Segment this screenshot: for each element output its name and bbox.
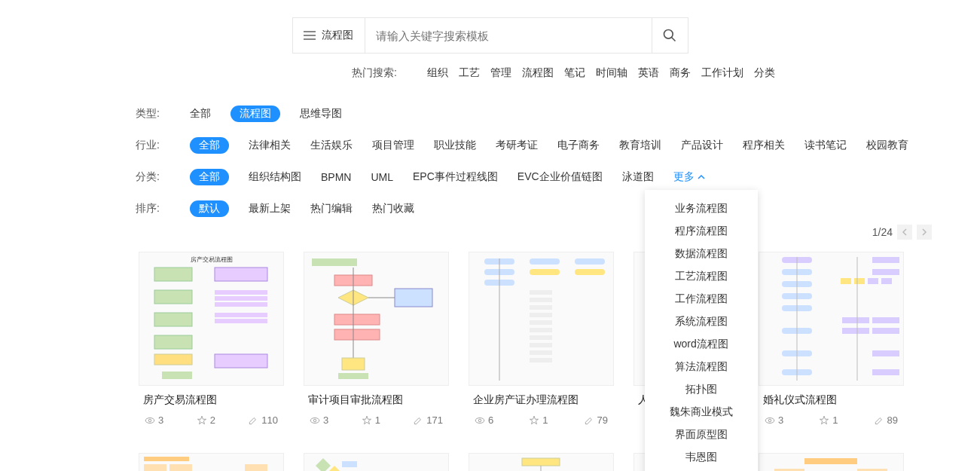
filter-type-all[interactable]: 全部 [190, 107, 211, 121]
template-thumbnail-peek[interactable] [304, 453, 449, 471]
stat-stars: 2 [197, 414, 215, 426]
hot-tag[interactable]: 工艺 [459, 66, 480, 80]
filter-more-toggle[interactable]: 更多 业务流程图 程序流程图 数据流程图 工艺流程图 工作流程图 系统流程图 w… [673, 170, 705, 184]
template-card[interactable]: 房产交易流程图 房产交易流程图 3 2 110 [139, 252, 284, 430]
sort-hot-edit[interactable]: 热门编辑 [310, 202, 353, 216]
svg-rect-68 [872, 328, 899, 334]
search-icon [662, 28, 677, 43]
star-icon [362, 415, 372, 426]
stat-stars: 1 [529, 414, 548, 426]
edit-icon [584, 415, 594, 426]
dropdown-item[interactable]: 系统流程图 [645, 310, 758, 333]
page-prev-button[interactable] [897, 225, 912, 240]
dropdown-item[interactable]: 拓扑图 [645, 378, 758, 401]
dropdown-item[interactable]: 界面原型图 [645, 424, 758, 446]
template-stats: 3 2 110 [139, 410, 284, 430]
dropdown-item[interactable]: 韦恩图 [645, 446, 758, 469]
template-card[interactable]: 企业房产证办理流程图 6 1 79 [469, 252, 614, 430]
filter-cat-org[interactable]: 组织结构图 [249, 170, 301, 184]
hot-search-row: 热门搜索: 组织 工艺 管理 流程图 笔记 时间轴 英语 商务 工作计划 分类 [352, 56, 980, 98]
dropdown-item[interactable]: 工作流程图 [645, 288, 758, 310]
svg-point-17 [148, 419, 151, 422]
hot-tag[interactable]: 时间轴 [596, 66, 627, 80]
template-thumbnail-peek[interactable] [469, 453, 614, 471]
eye-icon [145, 415, 155, 426]
filter-type-mindmap[interactable]: 思维导图 [300, 107, 342, 121]
filter-ind-law[interactable]: 法律相关 [249, 139, 291, 152]
filter-ind-pm[interactable]: 项目管理 [372, 139, 414, 152]
template-thumbnail-peek[interactable] [759, 453, 904, 471]
hot-tag[interactable]: 笔记 [564, 66, 585, 80]
hot-search-label: 热门搜索: [352, 66, 397, 80]
svg-rect-27 [338, 373, 368, 379]
dropdown-item[interactable]: 工艺流程图 [645, 265, 758, 288]
template-thumbnail [469, 252, 614, 386]
svg-rect-44 [530, 335, 552, 340]
filter-ind-edu[interactable]: 教育培训 [619, 139, 661, 152]
svg-point-29 [313, 419, 316, 422]
dropdown-item[interactable]: word流程图 [645, 333, 758, 356]
more-label: 更多 [673, 170, 695, 184]
filter-type-flowchart[interactable]: 流程图 [230, 106, 280, 122]
dropdown-item[interactable]: 数据流程图 [645, 243, 758, 265]
page-next-button[interactable] [917, 225, 932, 240]
sort-newest[interactable]: 最新上架 [249, 202, 291, 216]
hot-tag[interactable]: 组织 [427, 66, 448, 80]
filter-ind-code[interactable]: 程序相关 [743, 139, 785, 152]
search-button[interactable] [652, 18, 688, 53]
search-input[interactable] [365, 18, 652, 53]
dropdown-item[interactable]: 程序流程图 [645, 220, 758, 243]
template-card[interactable]: 审计项目审批流程图 3 1 171 [304, 252, 449, 430]
filter-ind-all[interactable]: 全部 [190, 137, 229, 154]
template-stats: 3 1 89 [759, 410, 904, 430]
filter-label-industry: 行业: [136, 139, 170, 152]
template-title: 审计项目审批流程图 [304, 386, 449, 410]
filter-cat-evc[interactable]: EVC企业价值链图 [517, 170, 603, 184]
hot-tag[interactable]: 商务 [670, 66, 691, 80]
filter-cat-bpmn[interactable]: BPMN [321, 171, 351, 183]
filter-ind-ecom[interactable]: 电子商务 [557, 139, 600, 152]
svg-rect-4 [215, 268, 267, 281]
svg-rect-23 [334, 329, 380, 340]
filter-cat-uml[interactable]: UML [371, 171, 393, 183]
dropdown-item[interactable]: 业务流程图 [645, 197, 758, 220]
filter-ind-exam[interactable]: 考研考证 [496, 139, 538, 152]
chevron-left-icon [902, 228, 908, 236]
hot-tag[interactable]: 分类 [754, 66, 775, 80]
sort-default[interactable]: 默认 [190, 200, 229, 217]
svg-rect-13 [154, 354, 192, 365]
filter-row-industry: 行业: 全部 法律相关 生活娱乐 项目管理 职业技能 考研考证 电子商务 教育培… [136, 130, 980, 161]
sort-hot-fav[interactable]: 热门收藏 [372, 202, 414, 216]
svg-rect-70 [872, 350, 899, 356]
filter-label-type: 类型: [136, 107, 170, 121]
filter-ind-skill[interactable]: 职业技能 [434, 139, 476, 152]
chevron-up-icon [698, 173, 705, 181]
filter-ind-life[interactable]: 生活娱乐 [310, 139, 353, 152]
search-box: 流程图 [292, 17, 688, 54]
template-card[interactable]: 婚礼仪式流程图 3 1 89 [759, 252, 904, 430]
hot-tag[interactable]: 管理 [490, 66, 511, 80]
hot-tag[interactable]: 英语 [638, 66, 659, 80]
filter-ind-campus[interactable]: 校园教育 [866, 139, 908, 152]
svg-rect-7 [215, 296, 267, 301]
eye-icon [475, 415, 485, 426]
eye-icon [310, 415, 320, 426]
svg-rect-65 [842, 317, 869, 323]
filter-cat-all[interactable]: 全部 [190, 169, 229, 185]
svg-rect-83 [342, 461, 357, 467]
stat-edits: 171 [413, 414, 443, 426]
svg-rect-10 [215, 313, 267, 317]
hot-tag[interactable]: 工作计划 [701, 66, 743, 80]
filter-ind-notes[interactable]: 读书笔记 [804, 139, 847, 152]
search-category-select[interactable]: 流程图 [293, 18, 365, 53]
filter-cat-swim[interactable]: 泳道图 [622, 170, 654, 184]
svg-point-16 [145, 417, 154, 423]
svg-rect-42 [530, 320, 552, 325]
filter-cat-epc[interactable]: EPC事件过程线图 [413, 170, 498, 184]
dropdown-item[interactable]: 魏朱商业模式 [645, 401, 758, 424]
dropdown-item[interactable]: 算法流程图 [645, 356, 758, 378]
hot-tag[interactable]: 流程图 [522, 66, 554, 80]
svg-rect-67 [842, 328, 869, 334]
filter-ind-design[interactable]: 产品设计 [681, 139, 723, 152]
template-thumbnail-peek[interactable] [139, 453, 284, 471]
